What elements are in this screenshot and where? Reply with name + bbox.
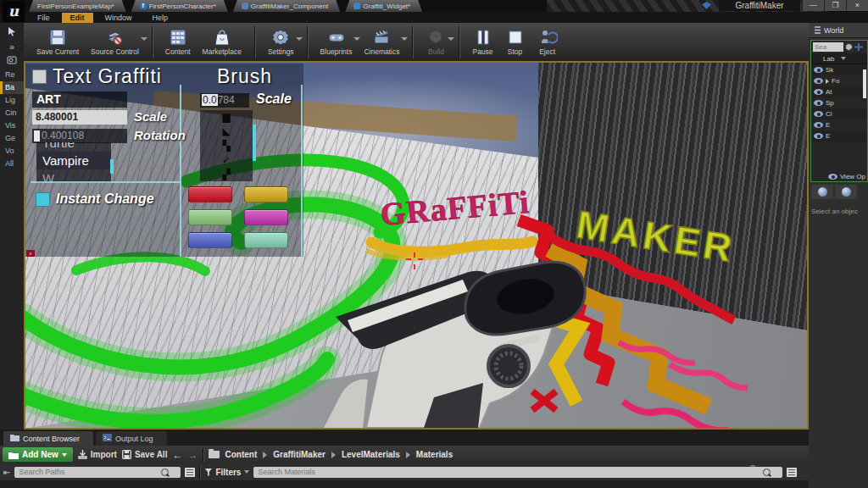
visibility-eye-icon[interactable]: [814, 100, 823, 106]
category-vis[interactable]: Vis: [0, 119, 24, 132]
outliner-column-header[interactable]: Lab: [811, 53, 867, 64]
cinematics-button[interactable]: Cinematics: [358, 22, 405, 62]
save-all-button[interactable]: Save All: [122, 450, 168, 459]
save-search-icon[interactable]: [787, 468, 797, 477]
outliner-row[interactable]: Sk: [811, 64, 867, 75]
color-swatch-4[interactable]: [188, 232, 232, 248]
outliner-row[interactable]: E: [811, 119, 867, 130]
content-button[interactable]: Content: [159, 22, 197, 62]
brush-thumbnail[interactable]: ▚: [200, 139, 253, 153]
color-swatch-2[interactable]: [188, 209, 232, 225]
dropdown-caret-icon[interactable]: [448, 37, 454, 41]
breadcrumb-graffitimaker[interactable]: GraffitiMaker: [273, 450, 326, 459]
tab-world-outliner[interactable]: World: [809, 23, 868, 38]
save-current-button[interactable]: Save Current: [31, 22, 85, 62]
cursor-mode-icon[interactable]: [0, 26, 24, 38]
list-view-icon[interactable]: [185, 468, 195, 477]
category-vo[interactable]: Vo: [0, 145, 24, 158]
stop-button[interactable]: Stop: [499, 22, 531, 62]
search-materials-input[interactable]: [253, 468, 782, 476]
source-control-button[interactable]: Source Control: [85, 22, 145, 62]
forward-button[interactable]: →: [187, 449, 198, 461]
graffiti-word-list[interactable]: TurtleVampireW: [36, 142, 111, 183]
dropdown-caret-icon[interactable]: [141, 37, 147, 41]
category-all[interactable]: All: [0, 158, 24, 170]
visibility-eye-icon[interactable]: [814, 133, 823, 139]
visibility-eye-icon[interactable]: [814, 78, 823, 84]
add-actor-icon[interactable]: [854, 43, 863, 51]
text-rotation-spinbox[interactable]: 0.400108: [32, 129, 127, 143]
category-lig[interactable]: Lig: [0, 94, 24, 107]
settings-button[interactable]: Settings: [262, 22, 300, 62]
asset-tab-0[interactable]: FirstPersonExampleMap*: [29, 0, 126, 12]
instant-change-checkbox[interactable]: [36, 192, 50, 207]
asset-tab-1[interactable]: fFirstPersonCharacter*: [131, 0, 228, 12]
category-ge[interactable]: Ge: [0, 132, 24, 145]
menu-window[interactable]: Window: [97, 13, 141, 23]
tab-details[interactable]: [811, 185, 833, 199]
word-list-item[interactable]: Vampire: [36, 152, 111, 169]
blueprints-button[interactable]: Blueprints: [314, 22, 359, 62]
brush-thumbnail[interactable]: ▆: [200, 110, 253, 125]
menu-edit[interactable]: Edit: [62, 13, 93, 23]
dropdown-caret-icon[interactable]: [296, 37, 303, 41]
brush-thumbnail[interactable]: ◣: [200, 125, 253, 139]
visibility-eye-icon[interactable]: [814, 122, 823, 128]
add-new-button[interactable]: Add New: [3, 447, 73, 462]
graffiti-text-input[interactable]: ART: [32, 92, 127, 108]
expander-icon[interactable]: [826, 79, 829, 84]
pause-button[interactable]: Pause: [466, 22, 498, 62]
visibility-eye-icon[interactable]: [814, 89, 823, 95]
filters-button[interactable]: Filters: [204, 468, 249, 477]
marketplace-button[interactable]: Marketplace: [197, 22, 248, 62]
expand-panel-icon[interactable]: »: [0, 42, 24, 52]
brush-scale-spinbox[interactable]: 0.0784: [200, 93, 249, 108]
brush-list-scrollbar[interactable]: [253, 125, 256, 161]
maximize-button[interactable]: ❐: [824, 0, 846, 11]
search-paths-input[interactable]: [14, 468, 181, 476]
breadcrumb-levelmaterials[interactable]: LevelMaterials: [342, 450, 400, 459]
category-cin[interactable]: Cin: [0, 107, 24, 119]
color-swatch-5[interactable]: [244, 232, 288, 248]
outliner-row[interactable]: Ci: [811, 108, 867, 119]
outliner-row[interactable]: E: [811, 130, 867, 141]
menu-help[interactable]: Help: [144, 13, 177, 23]
breadcrumb-materials[interactable]: Materials: [416, 450, 453, 459]
eject-button[interactable]: Eject: [531, 22, 564, 62]
color-swatch-0[interactable]: [188, 186, 232, 202]
color-swatch-1[interactable]: [244, 186, 288, 202]
back-button[interactable]: ←: [172, 449, 182, 461]
asset-tab-3[interactable]: Graffiti_Widget*: [345, 0, 422, 12]
outliner-search-input[interactable]: [813, 42, 843, 52]
dropdown-caret-icon[interactable]: [401, 37, 408, 41]
tab-content-browser[interactable]: Content Browser: [3, 431, 93, 446]
visibility-eye-icon[interactable]: [814, 67, 823, 73]
minimize-button[interactable]: —: [802, 0, 824, 11]
asset-tab-2[interactable]: GraffitiMaker_Component: [233, 0, 340, 12]
text-scale-spinbox[interactable]: 8.480001: [32, 110, 127, 125]
hud-close-tag[interactable]: x: [26, 250, 35, 257]
view-options[interactable]: View Op: [828, 173, 865, 180]
category-ba[interactable]: Ba: [0, 81, 24, 94]
visibility-eye-icon[interactable]: [814, 111, 823, 117]
close-button[interactable]: ×: [846, 0, 868, 11]
brush-thumbnail[interactable]: ✓: [200, 153, 253, 168]
outliner-row[interactable]: At: [811, 86, 867, 97]
collapse-sources-icon[interactable]: ⇤: [3, 468, 10, 477]
outliner-row[interactable]: Sp: [811, 97, 867, 108]
word-list-scrollbar[interactable]: [110, 159, 114, 174]
outliner-scrollbar[interactable]: [863, 69, 866, 98]
menu-file[interactable]: File: [29, 13, 58, 23]
tab-output-log[interactable]: Output Log: [96, 431, 167, 446]
asset-view[interactable]: [0, 480, 809, 488]
brush-thumbnail[interactable]: ▞: [200, 168, 253, 181]
brush-shape-list[interactable]: ▆◣▚✓▞: [200, 110, 253, 181]
word-list-item[interactable]: Turtle: [36, 142, 111, 152]
category-re[interactable]: Re: [0, 69, 24, 81]
game-viewport[interactable]: GRaFFiTi MAKER: [24, 61, 809, 430]
search-classes-icon[interactable]: [0, 55, 24, 67]
text-graffiti-checkbox[interactable]: [32, 69, 47, 84]
breadcrumb-content[interactable]: Content: [225, 450, 257, 459]
tab-world-settings[interactable]: [835, 185, 857, 199]
color-swatch-3[interactable]: [244, 209, 288, 225]
